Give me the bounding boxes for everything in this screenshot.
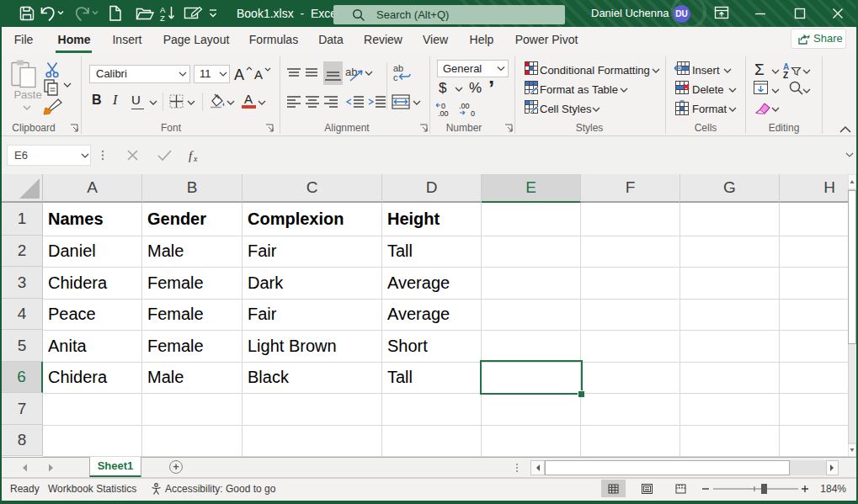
svg-text:x: x	[193, 154, 198, 163]
svg-text:A: A	[783, 62, 789, 72]
svg-text:Z: Z	[160, 13, 165, 22]
svg-text:Z: Z	[783, 71, 788, 80]
svg-text:.00: .00	[459, 102, 470, 110]
svg-text:c: c	[393, 72, 398, 82]
svg-text:A: A	[234, 66, 244, 83]
svg-text:.00: .00	[438, 109, 449, 118]
svg-text:0: 0	[471, 109, 475, 118]
svg-text:A: A	[254, 67, 263, 82]
